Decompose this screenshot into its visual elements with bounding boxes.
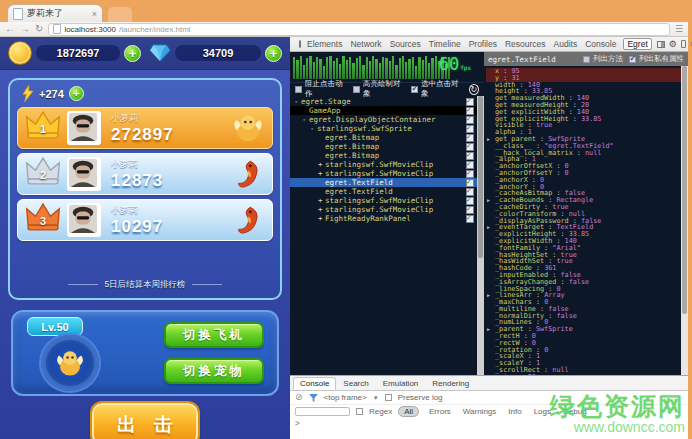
console-tab-search[interactable]: Search	[336, 377, 375, 390]
expand-marker[interactable]: -	[294, 97, 301, 106]
expand-marker[interactable]: +	[318, 196, 325, 205]
leaderboard-banner: 5日后结算本周排行榜	[10, 279, 280, 291]
new-tab-button[interactable]	[108, 7, 132, 22]
tree-node[interactable]: egret.Bitmap	[290, 133, 477, 142]
tree-node[interactable]: egret.Bitmap	[290, 142, 477, 151]
expand-arrow-icon[interactable]: ▶	[487, 326, 490, 333]
leaderboard-row-3[interactable]: 3 小萝莉	[17, 199, 273, 241]
fps-bar	[418, 57, 420, 79]
checkbox[interactable]	[295, 86, 302, 93]
properties-scrollbar[interactable]	[681, 66, 688, 376]
fps-bar	[313, 62, 315, 79]
expand-marker[interactable]: -	[310, 124, 317, 133]
property-value: true	[536, 121, 552, 129]
devtools-tab-timeline[interactable]: Timeline	[428, 39, 462, 49]
golden-pet-icon	[230, 109, 266, 147]
checkbox[interactable]	[629, 56, 636, 63]
devtools-tab-sources[interactable]: Sources	[389, 39, 422, 49]
url-bar[interactable]: localhost:3000/launcher/index.html	[48, 23, 670, 36]
console-tab-console[interactable]: Console	[293, 377, 336, 390]
fps-bar	[303, 65, 305, 79]
expand-marker[interactable]: +	[318, 169, 325, 178]
console-tab-rendering[interactable]: Rendering	[425, 377, 476, 390]
devtools-tab-console[interactable]: Console	[584, 39, 617, 49]
node-label: egret.TextField	[325, 187, 393, 196]
attack-button[interactable]: 出 击	[92, 403, 198, 439]
preserve-log-checkbox[interactable]	[385, 394, 392, 401]
tree-node[interactable]: +starlingswf.SwfMovieClip	[290, 196, 477, 205]
switch-plane-button[interactable]: 切换飞机	[164, 322, 264, 348]
equipped-pet-icon	[55, 348, 85, 378]
inspector-left-pane: 60fps 阻止点击动作高亮绘制对象选中点击对象↻ -egret.StageGa…	[290, 52, 484, 376]
tree-node[interactable]: +starlingswf.SwfMovieClip	[290, 205, 477, 214]
devtools-tab-resources[interactable]: Resources	[504, 39, 547, 49]
console-level-info[interactable]: Info	[506, 407, 523, 416]
tree-scrollbar[interactable]	[477, 96, 484, 376]
leaderboard-row-1[interactable]: 1 小萝莉	[17, 107, 273, 149]
property-value: SwfSprite	[536, 325, 573, 333]
browser-tab[interactable]: 萝莉来了 ×	[7, 4, 103, 22]
dock-side-icon[interactable]	[657, 41, 665, 48]
checkbox[interactable]	[583, 56, 590, 63]
browser-menu-icon[interactable]: ☰	[675, 24, 683, 34]
node-label: GameApp	[309, 106, 341, 115]
tree-node[interactable]: egret.TextField	[290, 187, 477, 196]
tab-close-icon[interactable]: ×	[92, 9, 97, 19]
frame-selector[interactable]: <top frame>	[324, 393, 367, 402]
expand-marker[interactable]: +	[318, 205, 325, 214]
devtools-tab-network[interactable]: Network	[349, 39, 382, 49]
scrollbar-thumb[interactable]	[682, 66, 687, 314]
tree-node[interactable]: -egret.Stage	[290, 97, 477, 106]
chevron-down-icon[interactable]: ▼	[373, 395, 379, 401]
devtools-tab-profiles[interactable]: Profiles	[468, 39, 498, 49]
console-level-warnings[interactable]: Warnings	[461, 407, 499, 416]
fps-bar	[385, 58, 387, 79]
console-level-all[interactable]: All	[398, 406, 419, 417]
settings-gear-icon[interactable]: ⚙	[669, 40, 677, 49]
tree-node[interactable]: +starlingswf.SwfMovieClip	[290, 160, 477, 169]
leaderboard-row-2[interactable]: 2 小萝莉	[17, 153, 273, 195]
back-button[interactable]: ←	[5, 24, 15, 34]
switch-pet-button[interactable]: 切换宠物	[164, 358, 264, 384]
reload-button[interactable]: ↻	[35, 24, 43, 34]
expand-arrow-icon[interactable]: ▶	[487, 292, 490, 299]
regex-checkbox[interactable]	[356, 408, 363, 415]
property-option-1[interactable]: 列出私有属性	[629, 54, 684, 64]
tree-node[interactable]: egret.Bitmap	[290, 151, 477, 160]
forward-button[interactable]: →	[20, 24, 30, 34]
add-diamonds-button[interactable]: +	[265, 45, 282, 62]
expand-arrow-icon[interactable]: ▶	[487, 197, 490, 204]
add-coins-button[interactable]: +	[124, 45, 141, 62]
expand-marker[interactable]: -	[302, 115, 309, 124]
fps-bar	[382, 57, 384, 79]
property-option-0[interactable]: 列出方法	[583, 54, 623, 64]
device-mode-icon[interactable]	[299, 40, 301, 48]
refresh-icon[interactable]: ↻	[469, 84, 479, 95]
dock-window-icon[interactable]	[681, 40, 686, 48]
filter-funnel-icon[interactable]	[309, 394, 318, 402]
expand-arrow-icon[interactable]: ▶	[487, 224, 490, 231]
tree-node[interactable]: -egret.DisplayObjectContainer	[290, 115, 477, 124]
devtools-tab-audits[interactable]: Audits	[553, 39, 579, 49]
devtools-tab-elements[interactable]: Elements	[306, 39, 343, 49]
clear-console-icon[interactable]: ⊘	[295, 393, 303, 402]
tree-node[interactable]: GameApp	[290, 106, 477, 115]
console-tab-emulation[interactable]: Emulation	[376, 377, 426, 390]
scrollbar-thumb[interactable]	[478, 96, 483, 258]
add-energy-button[interactable]: +	[69, 86, 84, 101]
player-name: 小萝莉	[111, 112, 225, 125]
tree-node[interactable]: -starlingswf.SwfSprite	[290, 124, 477, 133]
tree-node[interactable]: +FightReadyRankPanel	[290, 214, 477, 223]
checkbox[interactable]	[411, 86, 418, 93]
checkbox[interactable]	[353, 86, 360, 93]
plane-emblem[interactable]	[39, 333, 101, 393]
expand-marker[interactable]: +	[318, 160, 325, 169]
console-level-errors[interactable]: Errors	[427, 407, 453, 416]
console-filter-input[interactable]	[295, 407, 350, 416]
node-visibility-checkbox[interactable]	[466, 215, 474, 223]
tree-node[interactable]: egret.TextField	[290, 178, 477, 187]
expand-arrow-icon[interactable]: ▶	[487, 136, 490, 143]
devtools-tab-egret[interactable]: Egret	[623, 38, 651, 50]
tree-node[interactable]: +starlingswf.SwfMovieClip	[290, 169, 477, 178]
expand-marker[interactable]: +	[318, 214, 325, 223]
